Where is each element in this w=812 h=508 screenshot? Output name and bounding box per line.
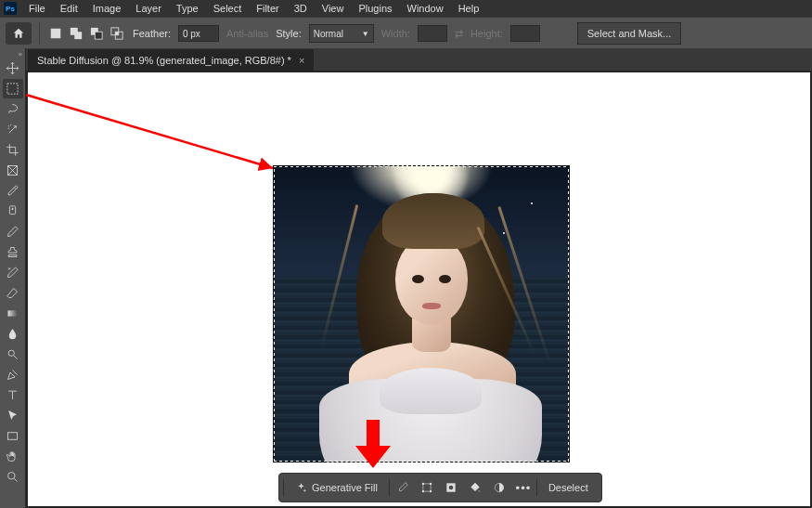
menu-layer[interactable]: Layer <box>129 1 168 16</box>
width-input <box>418 25 447 42</box>
rectangle-tool[interactable] <box>3 426 23 446</box>
svg-point-21 <box>449 486 454 490</box>
feather-label: Feather: <box>133 28 171 39</box>
menu-plugins[interactable]: Plugins <box>352 1 398 16</box>
brush-tool[interactable] <box>3 222 23 241</box>
new-selection-icon[interactable] <box>47 25 64 42</box>
healing-brush-tool[interactable] <box>3 202 23 221</box>
dodge-tool[interactable] <box>3 345 23 364</box>
menu-3d[interactable]: 3D <box>288 1 314 16</box>
swap-icon: ⇄ <box>455 28 463 40</box>
adjustment-icon[interactable] <box>488 476 510 499</box>
frame-tool[interactable] <box>3 161 23 180</box>
transform-selection-icon[interactable] <box>416 476 438 499</box>
menu-edit[interactable]: Edit <box>54 1 84 16</box>
document-tab[interactable]: Stable Diffusion @ 81.9% (generated_imag… <box>28 49 314 71</box>
expand-tools-icon[interactable]: » <box>19 50 25 58</box>
width-label: Width: <box>381 28 410 39</box>
close-tab-icon[interactable]: × <box>299 55 304 66</box>
svg-rect-2 <box>74 32 82 39</box>
svg-point-14 <box>8 473 16 480</box>
svg-rect-7 <box>115 32 119 35</box>
svg-rect-13 <box>8 433 18 440</box>
svg-rect-15 <box>423 484 431 491</box>
style-value: Normal <box>314 29 343 39</box>
deselect-label: Deselect <box>548 482 588 493</box>
svg-rect-8 <box>7 84 18 94</box>
document-tab-bar: Stable Diffusion @ 81.9% (generated_imag… <box>26 48 812 71</box>
style-label: Style: <box>276 28 302 39</box>
eraser-tool[interactable] <box>3 283 23 303</box>
pen-tool[interactable] <box>3 365 23 384</box>
svg-point-12 <box>8 350 14 356</box>
options-bar: Feather: Anti-alias Style: Normal ▼ Widt… <box>0 17 812 50</box>
svg-point-16 <box>422 483 424 485</box>
height-input <box>510 25 540 42</box>
chevron-down-icon: ▼ <box>362 30 369 38</box>
menu-bar: Ps File Edit Image Layer Type Select Fil… <box>0 0 812 17</box>
deselect-button[interactable]: Deselect <box>539 476 598 499</box>
generative-fill-button[interactable]: Generative Fill <box>286 476 387 499</box>
modify-selection-icon[interactable] <box>392 476 414 499</box>
generative-fill-label: Generative Fill <box>312 482 378 493</box>
document-tab-title: Stable Diffusion @ 81.9% (generated_imag… <box>37 55 291 66</box>
antialias-label: Anti-alias <box>226 28 268 39</box>
app-logo: Ps <box>4 2 17 15</box>
path-select-tool[interactable] <box>3 406 23 425</box>
menu-filter[interactable]: Filter <box>250 1 285 16</box>
home-button[interactable] <box>6 22 32 45</box>
separator <box>39 22 40 45</box>
type-tool[interactable] <box>3 385 23 405</box>
add-selection-icon[interactable] <box>68 25 84 42</box>
document-area: Stable Diffusion @ 81.9% (generated_imag… <box>26 48 812 508</box>
zoom-tool[interactable] <box>3 467 23 487</box>
intersect-selection-icon[interactable] <box>109 25 125 42</box>
home-icon <box>12 27 25 40</box>
selection-mode-icons <box>47 25 125 42</box>
svg-point-19 <box>430 490 432 492</box>
mask-selection-icon[interactable] <box>440 476 462 499</box>
height-label: Height: <box>470 28 503 39</box>
menu-help[interactable]: Help <box>452 1 486 16</box>
eyedropper-tool[interactable] <box>3 181 23 201</box>
document-image <box>273 165 570 462</box>
svg-rect-4 <box>95 32 102 39</box>
hand-tool[interactable] <box>3 447 23 466</box>
menu-type[interactable]: Type <box>170 1 205 16</box>
svg-point-17 <box>430 483 432 485</box>
clone-stamp-tool[interactable] <box>3 242 23 262</box>
tools-panel: » <box>0 48 26 508</box>
svg-rect-11 <box>8 310 18 316</box>
feather-input[interactable] <box>178 25 219 42</box>
fill-selection-icon[interactable] <box>464 476 486 499</box>
sparkle-icon <box>295 482 307 494</box>
menu-select[interactable]: Select <box>207 1 249 16</box>
subtract-selection-icon[interactable] <box>88 25 105 42</box>
lasso-tool[interactable] <box>3 99 23 119</box>
canvas[interactable]: Generative Fill ••• Deselect <box>28 72 810 506</box>
menu-file[interactable]: File <box>22 1 52 16</box>
svg-rect-0 <box>51 29 61 39</box>
marquee-tool[interactable] <box>3 79 23 98</box>
menu-view[interactable]: View <box>316 1 351 16</box>
history-brush-tool[interactable] <box>3 263 23 282</box>
svg-point-18 <box>422 490 424 492</box>
crop-tool[interactable] <box>3 140 23 160</box>
magic-wand-tool[interactable] <box>3 120 23 139</box>
menu-window[interactable]: Window <box>401 1 450 16</box>
gradient-tool[interactable] <box>3 304 23 323</box>
style-select[interactable]: Normal ▼ <box>309 24 374 43</box>
move-tool[interactable] <box>3 59 23 78</box>
contextual-task-bar: Generative Fill ••• Deselect <box>278 473 602 502</box>
blur-tool[interactable] <box>3 324 23 344</box>
menu-image[interactable]: Image <box>86 1 128 16</box>
more-options-icon[interactable]: ••• <box>512 476 535 499</box>
select-and-mask-button[interactable]: Select and Mask... <box>577 22 682 45</box>
